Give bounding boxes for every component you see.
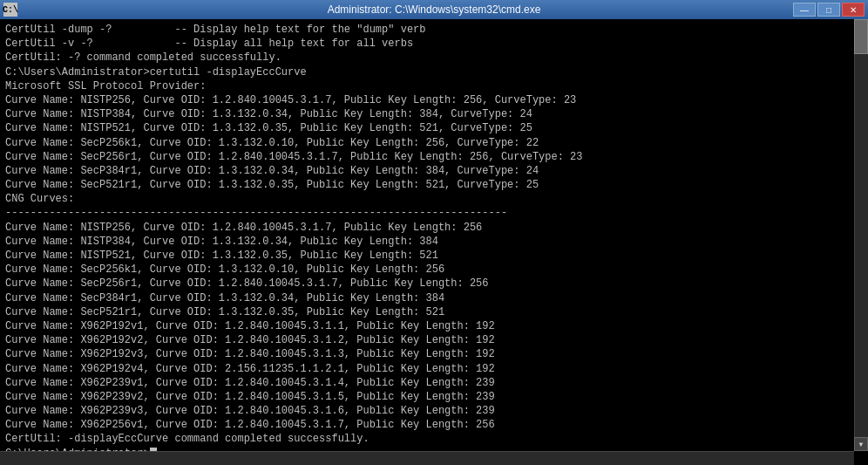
scrollbar-thumb[interactable] <box>854 19 868 54</box>
terminal-body[interactable]: CertUtil -dump -? -- Display help text f… <box>0 19 868 465</box>
terminal-line: CertUtil -v -? -- Display all help text … <box>5 37 849 51</box>
title-bar: C:\ Administrator: C:\Windows\system32\c… <box>0 0 868 19</box>
terminal-line: ----------------------------------------… <box>5 206 849 220</box>
close-icon: ✕ <box>850 5 857 15</box>
terminal-line: CertUtil -dump -? -- Display help text f… <box>5 23 849 37</box>
cmd-icon-text: C:\ <box>3 5 18 15</box>
terminal-line: Curve Name: NISTP384, Curve OID: 1.3.132… <box>5 107 849 121</box>
terminal-line: Curve Name: NISTP256, Curve OID: 1.2.840… <box>5 221 849 235</box>
terminal-line: Curve Name: SecP521r1, Curve OID: 1.3.13… <box>5 178 849 192</box>
terminal-line: Curve Name: SecP521r1, Curve OID: 1.3.13… <box>5 305 849 319</box>
terminal-line: Curve Name: SecP256k1, Curve OID: 1.3.13… <box>5 136 849 150</box>
terminal-line: Curve Name: NISTP384, Curve OID: 1.3.132… <box>5 235 849 249</box>
terminal-line: Microsoft SSL Protocol Provider: <box>5 79 849 93</box>
title-bar-buttons: — □ ✕ <box>793 3 865 17</box>
horizontal-scrollbar[interactable] <box>0 451 854 465</box>
title-bar-left: C:\ <box>3 3 17 17</box>
terminal-line: CNG Curves: <box>5 192 849 206</box>
terminal-content: CertUtil -dump -? -- Display help text f… <box>5 23 863 462</box>
minimize-icon: — <box>800 5 809 15</box>
vertical-scrollbar[interactable]: ▲ ▼ <box>854 19 868 451</box>
terminal-line: Curve Name: SecP384r1, Curve OID: 1.3.13… <box>5 164 849 178</box>
terminal-line: Curve Name: SecP384r1, Curve OID: 1.3.13… <box>5 291 849 305</box>
terminal-line: Curve Name: X962P256v1, Curve OID: 1.2.8… <box>5 418 849 432</box>
terminal-line: Curve Name: SecP256r1, Curve OID: 1.2.84… <box>5 150 849 164</box>
terminal-line: CertUtil: -? command completed successfu… <box>5 51 849 65</box>
terminal-line: Curve Name: X962P192v1, Curve OID: 1.2.8… <box>5 319 849 333</box>
terminal-line: Curve Name: X962P192v2, Curve OID: 1.2.8… <box>5 333 849 347</box>
terminal-line: CertUtil: -displayEccCurve command compl… <box>5 432 849 446</box>
terminal-line: Curve Name: X962P239v3, Curve OID: 1.2.8… <box>5 404 849 418</box>
cmd-icon: C:\ <box>3 3 17 17</box>
maximize-button[interactable]: □ <box>817 3 840 17</box>
window-title: Administrator: C:\Windows\system32\cmd.e… <box>328 3 541 16</box>
terminal-line: Curve Name: NISTP521, Curve OID: 1.3.132… <box>5 121 849 135</box>
terminal-line: Curve Name: SecP256r1, Curve OID: 1.2.84… <box>5 277 849 291</box>
minimize-button[interactable]: — <box>793 3 816 17</box>
maximize-icon: □ <box>826 5 831 15</box>
terminal-line: Curve Name: X962P239v1, Curve OID: 1.2.8… <box>5 376 849 390</box>
window: C:\ Administrator: C:\Windows\system32\c… <box>0 0 868 465</box>
scroll-down-button[interactable]: ▼ <box>854 437 868 451</box>
terminal-line: Curve Name: X962P192v4, Curve OID: 2.156… <box>5 362 849 376</box>
terminal-line: Curve Name: NISTP256, Curve OID: 1.2.840… <box>5 93 849 107</box>
terminal-line: Curve Name: NISTP521, Curve OID: 1.3.132… <box>5 249 849 263</box>
terminal-line: Curve Name: X962P239v2, Curve OID: 1.2.8… <box>5 390 849 404</box>
terminal-line: Curve Name: X962P192v3, Curve OID: 1.2.8… <box>5 347 849 361</box>
terminal-line: C:\Users\Administrator>certutil -display… <box>5 65 849 79</box>
terminal-line: Curve Name: SecP256k1, Curve OID: 1.3.13… <box>5 263 849 277</box>
close-button[interactable]: ✕ <box>842 3 865 17</box>
